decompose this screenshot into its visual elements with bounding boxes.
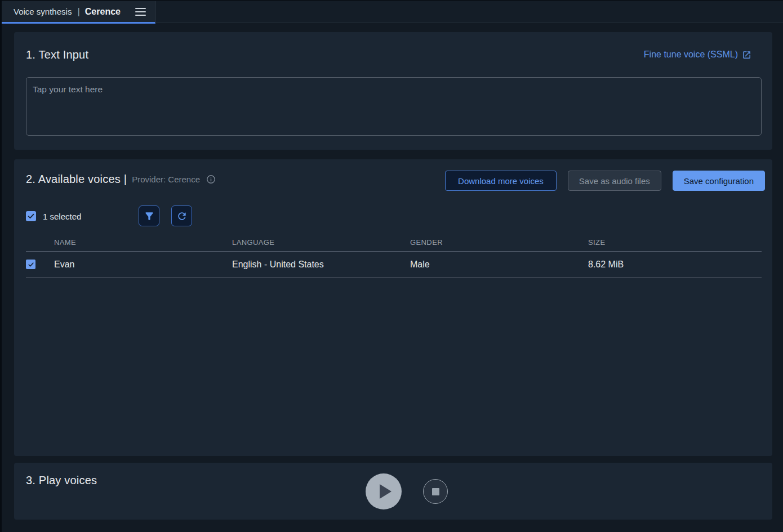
stop-button[interactable] <box>423 479 448 504</box>
refresh-icon <box>176 211 188 222</box>
save-configuration-button[interactable]: Save configuration <box>673 171 765 191</box>
select-all-checkbox[interactable] <box>26 211 36 221</box>
voices-table-header: NAME LANGUAGE GENDER SIZE <box>26 234 762 252</box>
tab-app-name: Voice synthesis <box>14 7 72 16</box>
fine-tune-voice-link[interactable]: Fine tune voice (SSML) <box>644 50 751 60</box>
stop-icon <box>432 488 439 495</box>
top-bar: Voice synthesis | Cerence <box>2 0 783 23</box>
selected-count-label: 1 selected <box>43 212 81 221</box>
header-language: LANGUAGE <box>232 238 410 247</box>
row-checkbox[interactable] <box>26 260 35 269</box>
open-in-new-icon <box>742 50 751 60</box>
voice-language: English - United States <box>232 260 410 270</box>
voices-table: NAME LANGUAGE GENDER SIZE Evan English -… <box>26 234 762 278</box>
play-voices-heading: 3. Play voices <box>26 474 97 487</box>
save-as-audio-files-button[interactable]: Save as audio files <box>568 171 661 191</box>
header-gender: GENDER <box>410 238 588 247</box>
available-voices-heading: 2. Available voices | <box>26 173 127 186</box>
hamburger-menu-icon[interactable] <box>135 8 146 16</box>
text-input-heading: 1. Text Input <box>26 48 88 61</box>
fine-tune-link-label: Fine tune voice (SSML) <box>644 50 738 60</box>
tab-voice-synthesis[interactable]: Voice synthesis | Cerence <box>2 1 155 24</box>
filter-button[interactable] <box>139 205 159 226</box>
refresh-button[interactable] <box>171 205 192 226</box>
provider-label: Provider: Cerence <box>132 175 200 184</box>
download-more-voices-button[interactable]: Download more voices <box>445 171 557 191</box>
play-icon <box>380 484 392 499</box>
voice-name: Evan <box>54 260 232 270</box>
tab-provider-name: Cerence <box>85 7 121 17</box>
play-voices-section: 3. Play voices <box>14 463 772 520</box>
filter-icon <box>144 211 155 222</box>
header-name: NAME <box>54 238 232 247</box>
text-input-section: 1. Text Input Fine tune voice (SSML) <box>14 32 772 150</box>
info-icon[interactable] <box>206 175 216 184</box>
play-button[interactable] <box>366 473 402 509</box>
tab-separator: | <box>77 6 79 17</box>
text-input-field[interactable] <box>26 77 762 136</box>
table-row[interactable]: Evan English - United States Male 8.62 M… <box>26 252 762 278</box>
header-size: SIZE <box>588 238 762 247</box>
voice-gender: Male <box>410 260 588 270</box>
available-voices-section: 2. Available voices | Provider: Cerence … <box>14 159 772 456</box>
voice-size: 8.62 MiB <box>588 260 762 270</box>
